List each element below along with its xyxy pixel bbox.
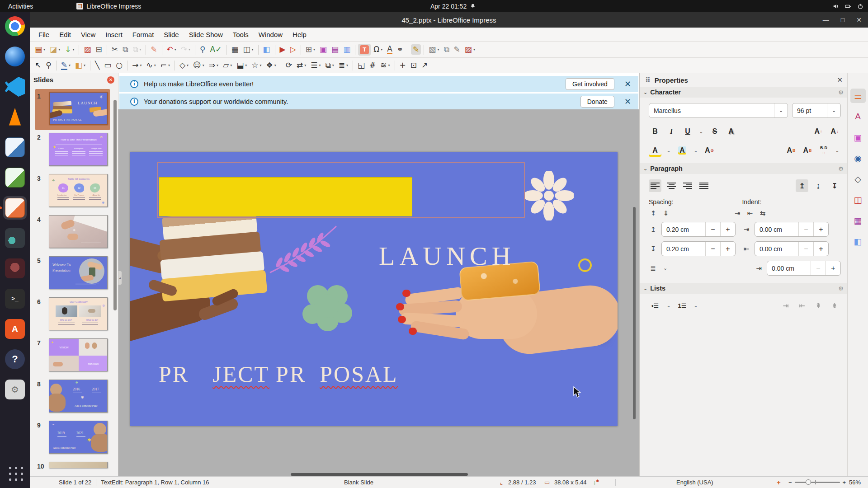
insert-table-button[interactable]: ⊞▾ [304,44,317,55]
3d-objects-dropdown-icon[interactable]: ▾ [274,63,276,67]
arrange-button[interactable]: ⧉▾ [324,60,336,70]
align-right-button[interactable] [681,179,694,192]
save-dropdown-icon[interactable]: ▾ [72,47,74,52]
paragraph-section-header[interactable]: ⌄ Paragraph ⚙ [640,163,847,174]
font-color-dropdown-icon[interactable]: ⌄ [665,144,672,157]
insert-special-character-button[interactable]: Ω▾ [372,44,384,55]
dock-vlc[interactable] [3,105,27,129]
callout-shapes-dropdown-icon[interactable]: ▾ [245,63,247,67]
infobar-close-icon[interactable]: ✕ [622,79,634,89]
indent-after-decrease[interactable]: − [798,242,813,256]
slide-thumbnail-5[interactable]: 5 Welcome To Presentation [30,256,118,297]
spelling-button[interactable]: A✓ [208,44,224,55]
select-button[interactable]: ↖ [33,60,43,70]
font-name-combobox[interactable]: Marcellus ⌄ [649,103,788,118]
line-spacing-dropdown-icon[interactable]: ⌄ [661,265,670,271]
slide-proposal-text[interactable]: PRJECTPRPOSAL [159,361,398,387]
dock-vscode[interactable] [3,75,27,99]
block-arrows-dropdown-icon[interactable]: ▾ [217,63,218,67]
insert-fontwork-button[interactable]: A [385,44,394,56]
indent-before-increase[interactable]: + [813,222,828,236]
spacing-above-decrease[interactable]: − [705,222,720,236]
paragraph-settings-icon[interactable]: ⚙ [838,165,844,172]
dock-blue-sphere-app[interactable] [3,45,27,68]
basic-shapes-button[interactable]: ◇▾ [178,60,190,70]
power-icon[interactable] [857,3,863,9]
move-down-button[interactable]: ⇟ [828,299,841,312]
lists-settings-icon[interactable]: ⚙ [838,285,844,292]
no-character-formatting-button[interactable]: A⊘ [703,144,716,157]
underline-button[interactable]: U [681,125,694,138]
indent-first-line-increase[interactable]: + [826,261,840,275]
dock-dark-app[interactable] [3,226,27,250]
dock-libreoffice-impress[interactable] [3,196,27,220]
line-color-dropdown-icon[interactable]: ▾ [69,63,71,67]
export-pdf-button[interactable]: ▨ [82,44,93,55]
green-flower-decoration[interactable] [301,282,354,332]
character-spacing-dropdown-icon[interactable]: ⌄ [834,144,841,157]
new-slide-button[interactable]: ▧▾ [427,44,441,55]
strikethrough-button[interactable]: S [708,125,721,138]
delete-slide-dropdown-icon[interactable]: ▾ [473,47,475,52]
center-vertically-button[interactable]: ↨ [812,179,825,192]
menu-edit[interactable]: Edit [54,29,76,40]
line-color-button[interactable]: ✎▾ [59,60,72,71]
fill-color-button[interactable]: ◧▾ [73,60,87,70]
crop-image-button[interactable]: # [368,60,377,70]
volume-icon[interactable] [833,3,839,9]
dock-show-applications[interactable] [3,461,27,484]
stars-and-banners-button[interactable]: ☆▾ [250,60,263,70]
undo-dropdown-icon[interactable]: ▾ [175,47,176,52]
dock-libreoffice-calc[interactable] [3,166,27,189]
ordered-list-button[interactable]: 1☰ [676,299,689,312]
slide-title-text[interactable]: LAUNCH [379,241,515,271]
align-left-button[interactable] [649,179,661,192]
ordered-list-dropdown-icon[interactable]: ⌄ [692,299,699,312]
display-grid-button[interactable]: ▦ [229,44,240,55]
find-and-replace-button[interactable]: ⚲ [198,44,207,55]
menu-insert[interactable]: Insert [100,29,127,40]
redo-dropdown-icon[interactable]: ▾ [189,47,190,52]
move-up-button[interactable]: ⇞ [812,299,825,312]
block-arrows-button[interactable]: ⇒▾ [207,60,220,70]
font-size-combobox[interactable]: 96 pt ⌄ [792,103,841,118]
lists-section-header[interactable]: ⌄ Lists ⚙ [640,283,847,294]
copy-button[interactable]: ⧉ [121,44,130,55]
flip-button[interactable]: ⇄▾ [295,60,308,70]
line-spacing-icon[interactable]: ≣ [649,264,657,272]
toggle-extrusion-button[interactable]: ↗ [420,60,429,70]
insert-table-dropdown-icon[interactable]: ▾ [313,47,315,52]
vertical-scrollbar[interactable] [633,207,636,419]
underline-dropdown-icon[interactable]: ⌄ [698,125,705,138]
increase-indent-icon[interactable]: ⇥ [733,209,742,217]
donate-button[interactable]: Donate [580,96,614,108]
zoom-slider[interactable] [795,482,840,483]
edit-points-button[interactable]: + [398,60,408,70]
ellipse-button[interactable]: ○ [114,60,124,70]
open-file-dropdown-icon[interactable]: ▾ [58,47,60,52]
spacing-below-decrease[interactable]: − [705,242,720,256]
slide-thumbnail-9[interactable]: 9 2019 2021 Add a Timeline Page ✾ ❧ [30,421,118,462]
get-involved-button[interactable]: Get involved [566,78,614,90]
paste-dropdown-icon[interactable]: ▾ [139,47,141,52]
cut-button[interactable]: ✂ [110,44,120,55]
align-bottom-button[interactable]: ↧ [828,179,841,192]
symbol-shapes-button[interactable]: ☺▾ [191,60,206,70]
unordered-list-button[interactable]: •☰ [649,299,661,312]
save-button[interactable]: ↓▾ [63,44,76,55]
dock-settings-app[interactable]: ⚙ [3,378,27,401]
display-views-button[interactable]: ◫▾ [241,44,255,55]
tab-navigator[interactable]: ◉ [850,151,866,165]
subscript-button[interactable]: AB [801,144,814,157]
italic-button[interactable]: I [665,125,678,138]
character-settings-icon[interactable]: ⚙ [838,89,844,96]
curves-and-polygons-button[interactable]: ∿▾ [144,60,157,70]
slide-thumbnail-4[interactable]: 4 ✳ [30,215,118,256]
connectors-dropdown-icon[interactable]: ▾ [168,63,170,67]
menu-tools[interactable]: Tools [228,29,254,40]
zoom-out-button[interactable]: − [788,479,792,486]
maximize-button[interactable]: □ [841,16,844,23]
titlebar[interactable]: 45_2.pptx - LibreOffice Impress — □ ✕ [30,12,868,28]
slides-panel-close-icon[interactable]: ✕ [107,76,114,84]
slide-thumbnail-6[interactable]: 6 Our Company Who we are? What we do? ❁ [30,297,118,338]
